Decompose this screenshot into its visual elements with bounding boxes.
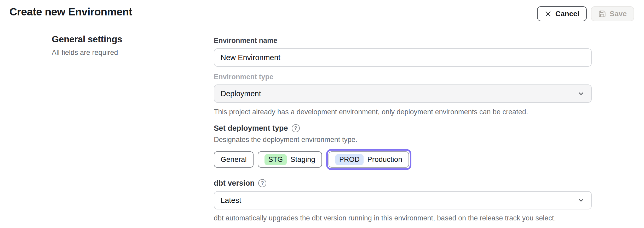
deployment-type-option-label: Staging bbox=[290, 155, 315, 164]
dbt-version-value: Latest bbox=[221, 196, 241, 205]
cancel-button-label: Cancel bbox=[555, 10, 579, 18]
selected-option-ring: PROD Production bbox=[326, 149, 411, 170]
dbt-version-help: dbt automatically upgrades the dbt versi… bbox=[214, 214, 592, 222]
deployment-type-option-staging[interactable]: STG Staging bbox=[258, 151, 322, 168]
section-subheading: All fields are required bbox=[52, 49, 188, 57]
page-title: Create new Environment bbox=[9, 6, 132, 18]
close-icon bbox=[544, 10, 552, 18]
deployment-type-heading: Set deployment type bbox=[214, 124, 288, 133]
deployment-type-description: Designates the deployment environment ty… bbox=[214, 136, 592, 144]
deployment-type-option-general[interactable]: General bbox=[214, 151, 254, 168]
general-settings-info: General settings All fields are required bbox=[52, 34, 188, 57]
dbt-version-help-icon[interactable]: ? bbox=[258, 179, 266, 187]
deployment-type-options: General STG Staging PROD Production bbox=[214, 149, 592, 170]
environment-name-input[interactable] bbox=[214, 48, 592, 67]
environment-type-help: This project already has a development e… bbox=[214, 108, 592, 116]
deployment-type-option-production[interactable]: PROD Production bbox=[329, 151, 409, 168]
deployment-type-option-label: Production bbox=[367, 155, 402, 164]
page-header: Create new Environment Cancel Save bbox=[0, 0, 644, 25]
environment-type-select[interactable]: Deployment bbox=[214, 84, 592, 103]
save-button[interactable]: Save bbox=[591, 6, 634, 21]
deployment-type-heading-row: Set deployment type ? bbox=[214, 124, 592, 133]
save-button-label: Save bbox=[610, 10, 627, 18]
header-actions: Cancel Save bbox=[537, 6, 634, 21]
environment-name-label: Environment name bbox=[214, 37, 592, 45]
staging-badge: STG bbox=[264, 154, 287, 165]
deployment-type-help-icon[interactable]: ? bbox=[292, 124, 300, 132]
dbt-version-label: dbt version bbox=[214, 179, 255, 187]
save-icon bbox=[598, 10, 606, 18]
section-heading: General settings bbox=[52, 34, 188, 44]
environment-type-value: Deployment bbox=[221, 89, 261, 98]
environment-form: Environment name Environment type Deploy… bbox=[214, 33, 592, 228]
dbt-version-select[interactable]: Latest bbox=[214, 191, 592, 209]
cancel-button[interactable]: Cancel bbox=[537, 6, 587, 21]
environment-type-label: Environment type bbox=[214, 73, 592, 81]
chevron-down-icon bbox=[577, 196, 585, 204]
dbt-version-label-row: dbt version ? bbox=[214, 179, 592, 187]
deployment-type-option-label: General bbox=[221, 155, 247, 164]
production-badge: PROD bbox=[335, 154, 364, 165]
chevron-down-icon bbox=[577, 90, 585, 98]
